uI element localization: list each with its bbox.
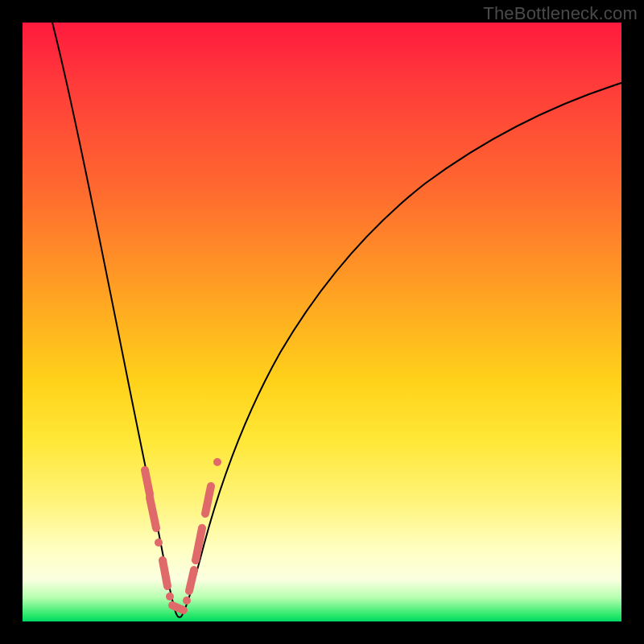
watermark-text: TheBottleneck.com — [483, 3, 638, 24]
marker-seg — [205, 486, 211, 514]
marker-seg — [145, 470, 150, 494]
marker-seg — [172, 605, 184, 610]
marker-group — [145, 458, 221, 610]
marker-dot — [155, 539, 163, 547]
marker-dot — [213, 458, 221, 466]
marker-seg — [150, 497, 156, 528]
marker-dot — [183, 597, 191, 605]
marker-dot — [166, 592, 174, 601]
marker-seg — [163, 560, 167, 586]
bottleneck-curve — [52, 23, 621, 617]
plot-area — [23, 23, 621, 621]
chart-svg — [23, 23, 621, 621]
marker-seg — [189, 570, 194, 591]
outer-frame: TheBottleneck.com — [0, 0, 644, 644]
